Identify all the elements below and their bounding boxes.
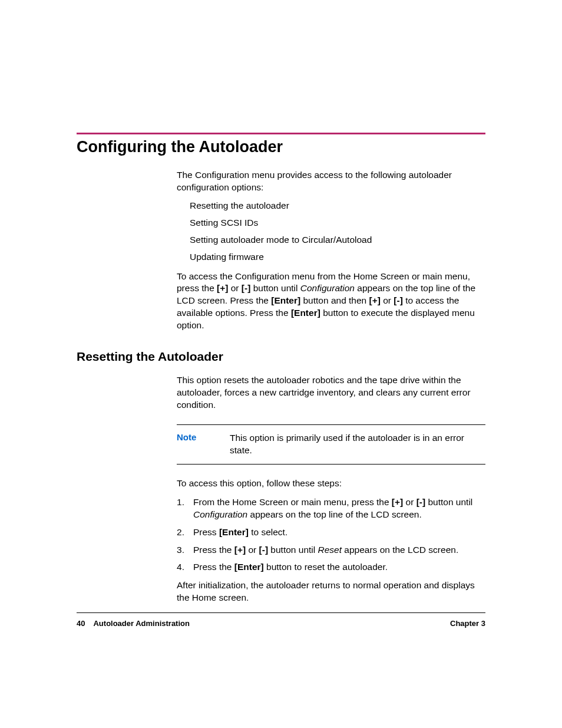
page-footer: 40 Autoloader Administration Chapter 3 (77, 619, 485, 628)
note-block: Note This option is primarily used if th… (177, 424, 485, 465)
step-item: From the Home Screen or main menu, press… (177, 496, 485, 521)
reset-intro-paragraph: This option resets the autoloader roboti… (177, 374, 485, 411)
heading-configuring: Configuring the Autoloader (77, 138, 485, 156)
note-label: Note (177, 432, 230, 457)
step-item: Press [Enter] to select. (177, 526, 485, 539)
access-paragraph: To access the Configuration menu from th… (177, 271, 485, 332)
accent-rule (77, 133, 485, 134)
options-list: Resetting the autoloader Setting SCSI ID… (190, 200, 485, 263)
footer-chapter: Chapter 3 (450, 619, 485, 628)
steps-list: From the Home Screen or main menu, press… (177, 496, 485, 574)
heading-resetting: Resetting the Autoloader (77, 350, 485, 364)
steps-intro: To access this option, follow these step… (177, 477, 485, 490)
footer-section-title: Autoloader Administration (93, 619, 189, 628)
footer-rule (77, 612, 485, 614)
option-item: Setting SCSI IDs (190, 217, 485, 229)
option-item: Setting autoloader mode to Circular/Auto… (190, 234, 485, 246)
step-item: Press the [Enter] button to reset the au… (177, 561, 485, 574)
intro-paragraph: The Configuration menu provides access t… (177, 169, 485, 194)
option-item: Resetting the autoloader (190, 200, 485, 212)
option-item: Updating firmware (190, 251, 485, 263)
page-number: 40 (77, 619, 85, 628)
step-item: Press the [+] or [-] button until Reset … (177, 543, 485, 556)
note-text: This option is primarily used if the aut… (230, 432, 485, 457)
outro-paragraph: After initialization, the autoloader ret… (177, 579, 485, 604)
